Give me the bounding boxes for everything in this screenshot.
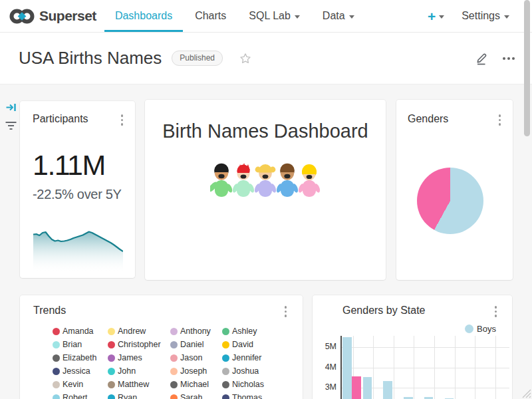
legend-item-jennifer[interactable]: Jennifer <box>222 353 289 362</box>
nav-item-dashboards[interactable]: Dashboards <box>114 0 174 32</box>
legend-item-sarah[interactable]: Sarah <box>170 393 222 399</box>
gridline <box>340 368 509 368</box>
favorite-star-button[interactable] <box>239 52 252 65</box>
ellipsis-icon <box>512 57 515 60</box>
legend-swatch <box>53 394 60 399</box>
legend-swatch <box>108 354 115 362</box>
legend-item-ashley[interactable]: Ashley <box>222 327 289 336</box>
legend-label: Brian <box>63 340 82 349</box>
superset-dashboard-page: { "brand": {"name": "Superset"}, "nav": … <box>0 0 532 399</box>
genders-pie-chart[interactable] <box>417 168 483 234</box>
y-axis-tick-label: 3M <box>314 382 336 392</box>
settings-menu[interactable]: Settings <box>462 10 509 22</box>
legend-item-ryan[interactable]: Ryan <box>108 393 170 399</box>
legend-item-christopher[interactable]: Christopher <box>108 340 170 349</box>
legend-label: Christopher <box>118 340 161 349</box>
legend-item-amanda[interactable]: Amanda <box>53 327 108 336</box>
legend-item-nicholas[interactable]: Nicholas <box>222 380 289 389</box>
more-actions-button[interactable] <box>503 55 515 63</box>
kebab-menu-icon[interactable] <box>283 305 289 319</box>
resize-handle-icon[interactable] <box>522 388 531 398</box>
legend-label: Kevin <box>63 380 83 389</box>
legend-swatch <box>170 354 178 362</box>
page-title: USA Births Names <box>19 48 162 68</box>
legend-item-daniel[interactable]: Daniel <box>170 340 222 349</box>
expand-filter-bar-icon <box>5 102 17 113</box>
legend-item-elizabeth[interactable]: Elizabeth <box>53 353 108 362</box>
bar-girls-g0[interactable] <box>352 376 361 399</box>
trends-card: Trends AmandaAndrewAnthonyAshleyBrianChr… <box>20 295 303 399</box>
legend-label: Jessica <box>63 366 90 376</box>
legend-item-andrew[interactable]: Andrew <box>108 327 170 336</box>
markdown-card: Birth Names Dashboard <box>145 100 386 280</box>
legend-item-james[interactable]: James <box>108 353 170 362</box>
legend-item-anthony[interactable]: Anthony <box>170 327 222 336</box>
caret-down-icon <box>504 15 509 19</box>
legend-swatch <box>170 381 178 388</box>
trends-legend: AmandaAndrewAnthonyAshleyBrianChristophe… <box>53 325 289 399</box>
nav-item-sql-lab[interactable]: SQL Lab <box>247 0 301 32</box>
legend-swatch <box>222 381 229 388</box>
legend-label: James <box>118 353 142 362</box>
legend-item-kevin[interactable]: Kevin <box>53 380 108 389</box>
legend-swatch <box>222 368 229 375</box>
kids-illustration <box>210 163 321 200</box>
ellipsis-icon <box>503 57 505 60</box>
kebab-menu-icon[interactable] <box>120 113 125 127</box>
dashboard-markdown-title: Birth Names Dashboard <box>145 120 386 142</box>
legend-swatch <box>108 394 115 399</box>
plus-icon: + <box>428 9 436 23</box>
legend-label: Nicholas <box>232 380 264 389</box>
participants-card: Participants 1.11M -22.5% over 5Y <box>20 101 135 278</box>
legend-item-matthew[interactable]: Matthew <box>108 380 170 389</box>
legend-swatch <box>170 368 178 375</box>
bar-boys-g2[interactable] <box>383 381 392 399</box>
nav-item-charts[interactable]: Charts <box>194 0 227 32</box>
legend-swatch <box>53 368 60 375</box>
filter-bar-button[interactable] <box>5 120 17 134</box>
participants-trendline-chart <box>33 230 123 271</box>
dashboard-header: USA Births Names Published <box>0 33 532 84</box>
legend-item-joseph[interactable]: Joseph <box>170 366 222 376</box>
vertical-scrollbar-thumb[interactable] <box>524 0 530 136</box>
legend-label: Ashley <box>232 327 257 336</box>
legend-swatch <box>108 381 115 388</box>
legend-swatch <box>53 381 60 388</box>
new-item-button[interactable]: + <box>428 9 444 23</box>
caret-down-icon <box>439 15 444 19</box>
legend-item-thomas[interactable]: Thomas <box>222 393 289 399</box>
legend-item-jessica[interactable]: Jessica <box>53 366 108 376</box>
legend-swatch <box>170 328 178 335</box>
nav-items: DashboardsChartsSQL LabData <box>114 0 356 32</box>
legend-item-joshua[interactable]: Joshua <box>222 366 289 376</box>
legend-label: Daniel <box>180 340 203 349</box>
genders-by-state-bar-chart: 5M4M3M <box>313 295 512 399</box>
top-navbar: Superset DashboardsChartsSQL LabData + S… <box>0 0 532 33</box>
legend-item-jason[interactable]: Jason <box>170 353 222 362</box>
legend-item-robert[interactable]: Robert <box>53 393 108 399</box>
bar-boys-g1[interactable] <box>363 377 372 399</box>
legend-swatch <box>170 341 178 348</box>
nav-item-label: Data <box>323 10 345 22</box>
edit-dashboard-button[interactable] <box>474 51 489 66</box>
big-number-value: 1.11M <box>33 149 105 182</box>
kebab-menu-icon[interactable] <box>497 113 503 127</box>
legend-label: David <box>232 340 253 349</box>
expand-filter-bar-button[interactable] <box>5 102 17 116</box>
nav-right: + Settings <box>428 9 509 23</box>
legend-label: Elizabeth <box>63 353 96 362</box>
bar-boys-g0[interactable] <box>342 337 352 399</box>
legend-label: Jennifer <box>232 353 261 362</box>
legend-label: Thomas <box>232 393 262 399</box>
legend-label: Michael <box>180 380 209 389</box>
superset-brand[interactable]: Superset <box>9 7 96 25</box>
legend-swatch <box>53 341 60 348</box>
legend-label: Joshua <box>232 366 259 376</box>
legend-item-brian[interactable]: Brian <box>53 340 108 349</box>
legend-item-michael[interactable]: Michael <box>170 380 222 389</box>
legend-item-john[interactable]: John <box>108 366 170 376</box>
nav-item-data[interactable]: Data <box>321 0 356 32</box>
legend-item-david[interactable]: David <box>222 340 289 349</box>
status-badge[interactable]: Published <box>172 51 223 65</box>
chart-title: Participants <box>33 113 88 125</box>
